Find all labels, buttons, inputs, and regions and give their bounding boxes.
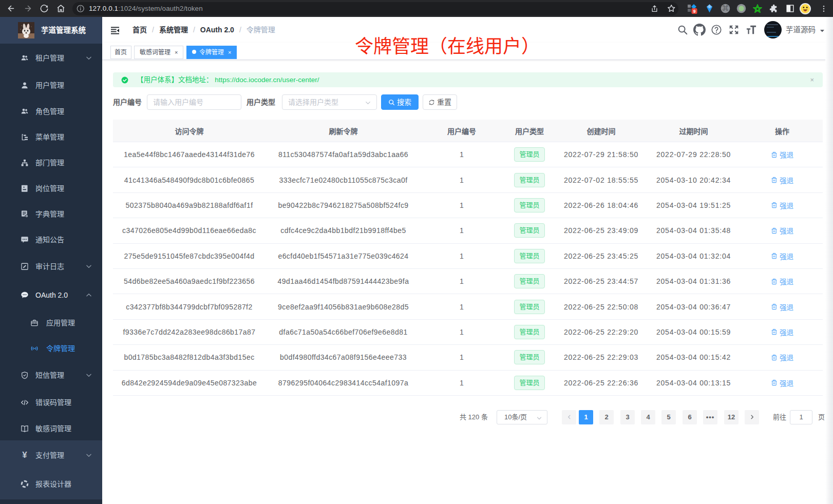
- svg-text:⌘: ⌘: [722, 5, 728, 11]
- svg-text:9: 9: [693, 9, 696, 14]
